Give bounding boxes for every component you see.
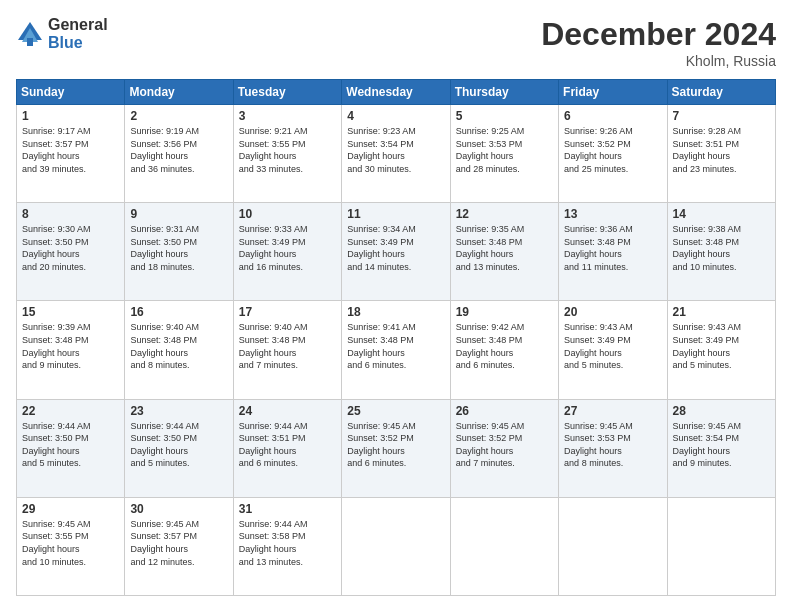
- cell-text: Sunrise: 9:38 AMSunset: 3:48 PMDaylight …: [673, 224, 742, 272]
- cell-3-6: 20 Sunrise: 9:43 AMSunset: 3:49 PMDaylig…: [559, 301, 667, 399]
- cell-text: Sunrise: 9:44 AMSunset: 3:50 PMDaylight …: [22, 421, 91, 469]
- day-number: 2: [130, 109, 227, 123]
- page: General Blue December 2024 Kholm, Russia…: [0, 0, 792, 612]
- logo-general-text: General: [48, 16, 108, 34]
- day-number: 25: [347, 404, 444, 418]
- cell-text: Sunrise: 9:34 AMSunset: 3:49 PMDaylight …: [347, 224, 416, 272]
- cell-text: Sunrise: 9:26 AMSunset: 3:52 PMDaylight …: [564, 126, 633, 174]
- day-number: 21: [673, 305, 770, 319]
- cell-4-3: 24 Sunrise: 9:44 AMSunset: 3:51 PMDaylig…: [233, 399, 341, 497]
- day-number: 20: [564, 305, 661, 319]
- cell-text: Sunrise: 9:40 AMSunset: 3:48 PMDaylight …: [239, 322, 308, 370]
- day-number: 7: [673, 109, 770, 123]
- day-number: 30: [130, 502, 227, 516]
- cell-text: Sunrise: 9:41 AMSunset: 3:48 PMDaylight …: [347, 322, 416, 370]
- header-row: Sunday Monday Tuesday Wednesday Thursday…: [17, 80, 776, 105]
- cell-text: Sunrise: 9:43 AMSunset: 3:49 PMDaylight …: [673, 322, 742, 370]
- week-row-3: 15 Sunrise: 9:39 AMSunset: 3:48 PMDaylig…: [17, 301, 776, 399]
- cell-text: Sunrise: 9:44 AMSunset: 3:51 PMDaylight …: [239, 421, 308, 469]
- cell-5-7: [667, 497, 775, 595]
- cell-5-5: [450, 497, 558, 595]
- calendar: Sunday Monday Tuesday Wednesday Thursday…: [16, 79, 776, 596]
- cell-text: Sunrise: 9:40 AMSunset: 3:48 PMDaylight …: [130, 322, 199, 370]
- cell-5-4: [342, 497, 450, 595]
- location: Kholm, Russia: [541, 53, 776, 69]
- day-number: 14: [673, 207, 770, 221]
- day-number: 8: [22, 207, 119, 221]
- logo-icon: [16, 20, 44, 48]
- cell-text: Sunrise: 9:45 AMSunset: 3:53 PMDaylight …: [564, 421, 633, 469]
- cell-text: Sunrise: 9:21 AMSunset: 3:55 PMDaylight …: [239, 126, 308, 174]
- cell-text: Sunrise: 9:45 AMSunset: 3:54 PMDaylight …: [673, 421, 742, 469]
- cell-text: Sunrise: 9:45 AMSunset: 3:52 PMDaylight …: [456, 421, 525, 469]
- day-number: 23: [130, 404, 227, 418]
- cell-1-5: 5 Sunrise: 9:25 AMSunset: 3:53 PMDayligh…: [450, 105, 558, 203]
- day-number: 19: [456, 305, 553, 319]
- svg-rect-3: [27, 38, 33, 46]
- day-number: 10: [239, 207, 336, 221]
- cell-5-2: 30 Sunrise: 9:45 AMSunset: 3:57 PMDaylig…: [125, 497, 233, 595]
- cell-4-1: 22 Sunrise: 9:44 AMSunset: 3:50 PMDaylig…: [17, 399, 125, 497]
- day-number: 16: [130, 305, 227, 319]
- cell-1-4: 4 Sunrise: 9:23 AMSunset: 3:54 PMDayligh…: [342, 105, 450, 203]
- day-number: 15: [22, 305, 119, 319]
- logo: General Blue: [16, 16, 108, 51]
- day-number: 18: [347, 305, 444, 319]
- cell-text: Sunrise: 9:45 AMSunset: 3:55 PMDaylight …: [22, 519, 91, 567]
- cell-text: Sunrise: 9:25 AMSunset: 3:53 PMDaylight …: [456, 126, 525, 174]
- cell-2-6: 13 Sunrise: 9:36 AMSunset: 3:48 PMDaylig…: [559, 203, 667, 301]
- day-number: 12: [456, 207, 553, 221]
- col-saturday: Saturday: [667, 80, 775, 105]
- day-number: 6: [564, 109, 661, 123]
- cell-text: Sunrise: 9:43 AMSunset: 3:49 PMDaylight …: [564, 322, 633, 370]
- cell-3-7: 21 Sunrise: 9:43 AMSunset: 3:49 PMDaylig…: [667, 301, 775, 399]
- day-number: 22: [22, 404, 119, 418]
- logo-text: General Blue: [48, 16, 108, 51]
- week-row-1: 1 Sunrise: 9:17 AMSunset: 3:57 PMDayligh…: [17, 105, 776, 203]
- cell-text: Sunrise: 9:36 AMSunset: 3:48 PMDaylight …: [564, 224, 633, 272]
- col-wednesday: Wednesday: [342, 80, 450, 105]
- cell-text: Sunrise: 9:17 AMSunset: 3:57 PMDaylight …: [22, 126, 91, 174]
- cell-3-5: 19 Sunrise: 9:42 AMSunset: 3:48 PMDaylig…: [450, 301, 558, 399]
- cell-text: Sunrise: 9:45 AMSunset: 3:57 PMDaylight …: [130, 519, 199, 567]
- day-number: 31: [239, 502, 336, 516]
- cell-5-3: 31 Sunrise: 9:44 AMSunset: 3:58 PMDaylig…: [233, 497, 341, 595]
- day-number: 13: [564, 207, 661, 221]
- cell-text: Sunrise: 9:39 AMSunset: 3:48 PMDaylight …: [22, 322, 91, 370]
- cell-text: Sunrise: 9:45 AMSunset: 3:52 PMDaylight …: [347, 421, 416, 469]
- cell-1-3: 3 Sunrise: 9:21 AMSunset: 3:55 PMDayligh…: [233, 105, 341, 203]
- day-number: 17: [239, 305, 336, 319]
- cell-2-5: 12 Sunrise: 9:35 AMSunset: 3:48 PMDaylig…: [450, 203, 558, 301]
- day-number: 3: [239, 109, 336, 123]
- col-friday: Friday: [559, 80, 667, 105]
- cell-text: Sunrise: 9:28 AMSunset: 3:51 PMDaylight …: [673, 126, 742, 174]
- cell-1-1: 1 Sunrise: 9:17 AMSunset: 3:57 PMDayligh…: [17, 105, 125, 203]
- week-row-4: 22 Sunrise: 9:44 AMSunset: 3:50 PMDaylig…: [17, 399, 776, 497]
- cell-1-2: 2 Sunrise: 9:19 AMSunset: 3:56 PMDayligh…: [125, 105, 233, 203]
- cell-4-2: 23 Sunrise: 9:44 AMSunset: 3:50 PMDaylig…: [125, 399, 233, 497]
- cell-text: Sunrise: 9:30 AMSunset: 3:50 PMDaylight …: [22, 224, 91, 272]
- cell-2-4: 11 Sunrise: 9:34 AMSunset: 3:49 PMDaylig…: [342, 203, 450, 301]
- cell-2-2: 9 Sunrise: 9:31 AMSunset: 3:50 PMDayligh…: [125, 203, 233, 301]
- cell-text: Sunrise: 9:33 AMSunset: 3:49 PMDaylight …: [239, 224, 308, 272]
- cell-2-3: 10 Sunrise: 9:33 AMSunset: 3:49 PMDaylig…: [233, 203, 341, 301]
- cell-3-3: 17 Sunrise: 9:40 AMSunset: 3:48 PMDaylig…: [233, 301, 341, 399]
- cell-1-7: 7 Sunrise: 9:28 AMSunset: 3:51 PMDayligh…: [667, 105, 775, 203]
- day-number: 1: [22, 109, 119, 123]
- week-row-2: 8 Sunrise: 9:30 AMSunset: 3:50 PMDayligh…: [17, 203, 776, 301]
- day-number: 5: [456, 109, 553, 123]
- week-row-5: 29 Sunrise: 9:45 AMSunset: 3:55 PMDaylig…: [17, 497, 776, 595]
- cell-2-7: 14 Sunrise: 9:38 AMSunset: 3:48 PMDaylig…: [667, 203, 775, 301]
- col-tuesday: Tuesday: [233, 80, 341, 105]
- cell-text: Sunrise: 9:44 AMSunset: 3:50 PMDaylight …: [130, 421, 199, 469]
- cell-4-6: 27 Sunrise: 9:45 AMSunset: 3:53 PMDaylig…: [559, 399, 667, 497]
- day-number: 24: [239, 404, 336, 418]
- cell-5-6: [559, 497, 667, 595]
- calendar-table: Sunday Monday Tuesday Wednesday Thursday…: [16, 79, 776, 596]
- col-monday: Monday: [125, 80, 233, 105]
- day-number: 9: [130, 207, 227, 221]
- cell-3-4: 18 Sunrise: 9:41 AMSunset: 3:48 PMDaylig…: [342, 301, 450, 399]
- cell-5-1: 29 Sunrise: 9:45 AMSunset: 3:55 PMDaylig…: [17, 497, 125, 595]
- cell-text: Sunrise: 9:42 AMSunset: 3:48 PMDaylight …: [456, 322, 525, 370]
- cell-4-7: 28 Sunrise: 9:45 AMSunset: 3:54 PMDaylig…: [667, 399, 775, 497]
